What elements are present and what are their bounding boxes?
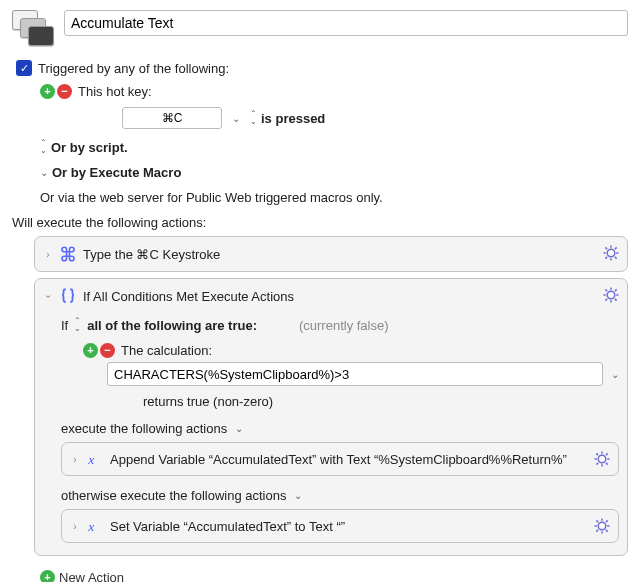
svg-line-27 [606, 453, 608, 455]
execute-macro-chevron-icon[interactable]: ⌄ [40, 167, 48, 178]
action-set-variable[interactable]: › x Set Variable “AccumulatedText” to Te… [61, 509, 619, 543]
hotkey-state-label: is pressed [261, 111, 325, 126]
svg-line-8 [615, 247, 617, 249]
disclosure-icon[interactable]: › [70, 521, 80, 532]
svg-line-17 [615, 289, 617, 291]
or-script-label: Or by script. [51, 140, 128, 155]
otherwise-label: otherwise execute the following actions [61, 488, 286, 503]
variable-icon: x [86, 450, 104, 468]
action-type-keystroke-label: Type the ⌘C Keystroke [83, 247, 220, 262]
trigger-enabled-checkbox[interactable]: ✓ [16, 60, 32, 76]
calc-returns-label: returns true (non-zero) [143, 394, 619, 409]
new-action-label: New Action [59, 570, 124, 582]
if-currently-label: (currently false) [299, 318, 389, 333]
otherwise-dropdown-icon[interactable]: ⌄ [294, 490, 302, 501]
action-type-keystroke[interactable]: › Type the ⌘C Keystroke [34, 236, 628, 272]
macro-title-input[interactable] [64, 10, 628, 36]
calculation-input[interactable] [107, 362, 603, 386]
if-mode-stepper[interactable] [74, 317, 81, 333]
svg-line-14 [605, 289, 607, 291]
remove-trigger-icon[interactable]: − [57, 84, 72, 99]
disclosure-icon[interactable]: › [43, 249, 53, 260]
svg-line-16 [605, 299, 607, 301]
disclosure-icon[interactable]: › [43, 291, 54, 301]
gear-icon[interactable] [592, 516, 612, 536]
calculation-dropdown-icon[interactable]: ⌄ [611, 369, 619, 380]
svg-line-36 [596, 530, 598, 532]
or-web-label: Or via the web server for Public Web tri… [40, 190, 383, 205]
svg-point-29 [598, 522, 606, 530]
svg-text:x: x [87, 452, 94, 467]
variable-icon: x [86, 517, 104, 535]
trigger-heading: Triggered by any of the following: [38, 61, 229, 76]
svg-line-15 [615, 299, 617, 301]
append-action-label: Append Variable “AccumulatedText” with T… [110, 452, 567, 467]
svg-line-34 [596, 520, 598, 522]
hotkey-dropdown-icon[interactable]: ⌄ [232, 113, 240, 124]
add-trigger-icon[interactable]: + [40, 84, 55, 99]
command-icon [59, 245, 77, 263]
calculation-heading: The calculation: [121, 343, 212, 358]
disclosure-icon[interactable]: › [70, 454, 80, 465]
if-mode-label: all of the following are true: [87, 318, 257, 333]
will-execute-label: Will execute the following actions: [12, 215, 628, 230]
gear-icon[interactable] [601, 285, 621, 305]
set-action-label: Set Variable “AccumulatedText” to Text “… [110, 519, 345, 534]
if-title-label: If All Conditions Met Execute Actions [83, 289, 294, 304]
braces-icon [59, 287, 77, 305]
action-append-variable[interactable]: › x Append Variable “AccumulatedText” wi… [61, 442, 619, 476]
svg-line-24 [596, 453, 598, 455]
svg-line-35 [606, 530, 608, 532]
remove-condition-icon[interactable]: − [100, 343, 115, 358]
svg-point-9 [607, 291, 615, 299]
svg-point-0 [607, 249, 615, 257]
svg-line-26 [596, 463, 598, 465]
hotkey-heading: This hot key: [78, 84, 152, 99]
gear-icon[interactable] [592, 449, 612, 469]
add-condition-icon[interactable]: + [83, 343, 98, 358]
svg-line-7 [605, 257, 607, 259]
new-action-button[interactable]: + New Action [40, 570, 628, 582]
if-prefix: If [61, 318, 68, 333]
action-if-block[interactable]: › If All Conditions Met Execute Actions … [34, 278, 628, 556]
svg-line-6 [615, 257, 617, 259]
svg-line-25 [606, 463, 608, 465]
svg-text:x: x [87, 519, 94, 534]
svg-point-19 [598, 455, 606, 463]
exec-following-label: execute the following actions [61, 421, 227, 436]
hotkey-field[interactable] [122, 107, 222, 129]
hotkey-state-stepper[interactable] [250, 110, 257, 126]
exec-dropdown-icon[interactable]: ⌄ [235, 423, 243, 434]
svg-line-37 [606, 520, 608, 522]
script-stepper[interactable] [40, 139, 47, 155]
gear-icon[interactable] [601, 243, 621, 263]
add-action-icon: + [40, 570, 55, 582]
or-execute-macro-label: Or by Execute Macro [52, 165, 181, 180]
svg-line-5 [605, 247, 607, 249]
macro-icon [12, 10, 56, 50]
